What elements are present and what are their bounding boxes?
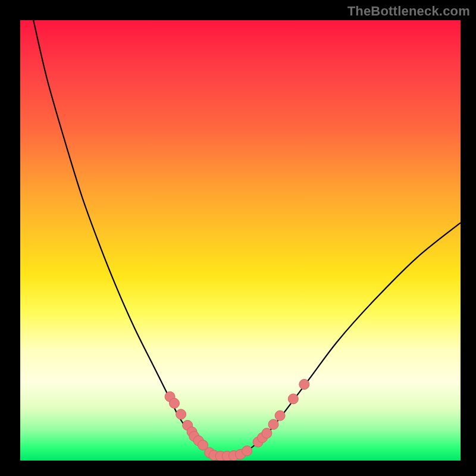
watermark-text: TheBottleneck.com [347, 4, 470, 19]
data-marker [170, 398, 180, 408]
data-marker [176, 409, 186, 419]
data-marker [275, 411, 285, 421]
chart-frame: TheBottleneck.com [0, 0, 476, 476]
bottleneck-curve [33, 20, 461, 456]
chart-svg [20, 20, 461, 461]
data-marker [299, 379, 309, 389]
plot-area [20, 20, 461, 461]
data-markers [165, 379, 309, 461]
data-marker [242, 446, 252, 456]
data-marker [262, 428, 272, 439]
data-marker [268, 419, 278, 430]
data-marker [288, 394, 298, 404]
